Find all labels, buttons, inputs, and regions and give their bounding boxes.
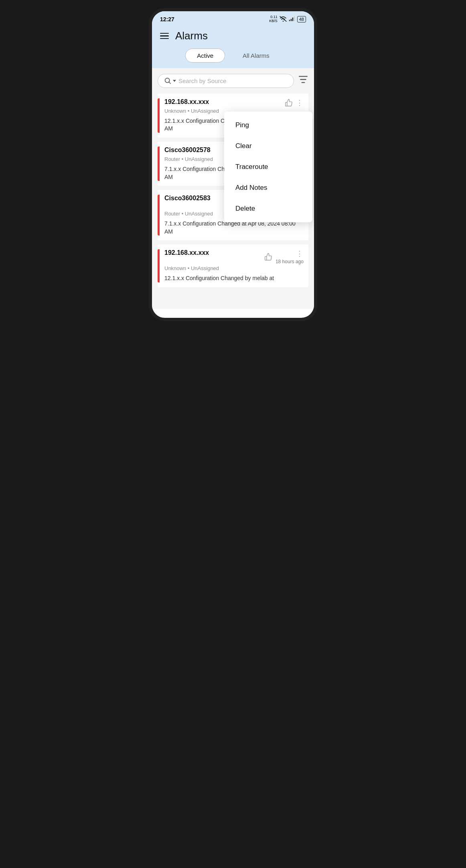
- search-box[interactable]: Search by Source: [158, 74, 294, 88]
- alarm-device-name: 192.168.xx.xxx: [164, 98, 209, 106]
- alarm-device-name: Cisco36002583: [164, 195, 211, 202]
- page-title: Alarms: [175, 30, 208, 42]
- search-input[interactable]: Search by Source: [178, 77, 287, 84]
- svg-rect-3: [292, 18, 293, 21]
- status-time: 12:27: [160, 16, 174, 22]
- app-header: Alarms: [152, 26, 314, 49]
- like-button[interactable]: [285, 99, 293, 107]
- alarm-severity-bar: [158, 98, 160, 133]
- alarm-actions: ⋮: [285, 98, 304, 107]
- network-speed: 0.11KB/S: [269, 15, 278, 23]
- dropdown-traceroute[interactable]: Traceroute: [224, 157, 312, 177]
- content-area: Search by Source 192.168.xx.xxx: [152, 68, 314, 309]
- more-dots-icon: ⋮: [296, 98, 304, 107]
- status-bar: 12:27 0.11KB/S: [152, 11, 314, 26]
- alarm-description: 12.1.x.x Configuration Changed by melab …: [164, 274, 304, 283]
- alarm-device-name: Cisco36002578: [164, 146, 211, 154]
- filter-button[interactable]: [298, 74, 308, 87]
- alarm-severity-bar: [158, 195, 160, 236]
- more-options-button[interactable]: ⋮: [296, 249, 304, 258]
- search-icon-wrap: [164, 77, 176, 84]
- alarm-actions: ⋮ 18 hours ago: [264, 249, 304, 264]
- more-options-button[interactable]: ⋮: [296, 98, 304, 107]
- tab-active[interactable]: Active: [185, 49, 225, 63]
- alarm-meta: Unknown • UnAssigned: [164, 265, 304, 271]
- search-row: Search by Source: [158, 74, 308, 88]
- alarm-time: 18 hours ago: [276, 259, 304, 264]
- phone-frame: 12:27 0.11KB/S: [149, 8, 317, 321]
- search-dropdown-caret[interactable]: [173, 80, 176, 82]
- alarm-body: 192.168.xx.xxx ⋮: [164, 249, 304, 283]
- alarm-severity-bar: [158, 249, 160, 283]
- dropdown-clear[interactable]: Clear: [224, 136, 312, 157]
- dropdown-ping[interactable]: Ping: [224, 115, 312, 136]
- dropdown-delete[interactable]: Delete: [224, 198, 312, 219]
- dropdown-add-notes[interactable]: Add Notes: [224, 177, 312, 198]
- svg-line-6: [169, 82, 170, 83]
- svg-rect-2: [291, 19, 292, 21]
- alarm-description: 7.1.x.x Configuration Changed at Apr 08,…: [164, 220, 304, 236]
- tabs-bar: Active All Alarms: [152, 49, 314, 68]
- tab-all-alarms[interactable]: All Alarms: [231, 49, 281, 63]
- status-icons: 0.11KB/S 48: [269, 15, 306, 23]
- svg-rect-4: [294, 16, 295, 21]
- like-button[interactable]: [264, 253, 272, 261]
- signal-icon: [289, 16, 295, 22]
- wifi-icon: [280, 16, 287, 22]
- svg-rect-1: [289, 20, 290, 21]
- alarm-severity-bar: [158, 146, 160, 181]
- thumb-up-icon: [285, 99, 293, 107]
- filter-icon: [298, 74, 308, 85]
- battery-icon: 48: [297, 16, 306, 22]
- alarm-device-name: 192.168.xx.xxx: [164, 249, 209, 256]
- more-dots-icon: ⋮: [296, 249, 304, 258]
- search-icon: [164, 77, 171, 84]
- menu-button[interactable]: [160, 33, 169, 39]
- context-dropdown-menu: Ping Clear Traceroute Add Notes Delete: [224, 112, 312, 222]
- alarm-card: 192.168.xx.xxx ⋮: [158, 244, 308, 287]
- thumb-up-icon: [264, 253, 272, 261]
